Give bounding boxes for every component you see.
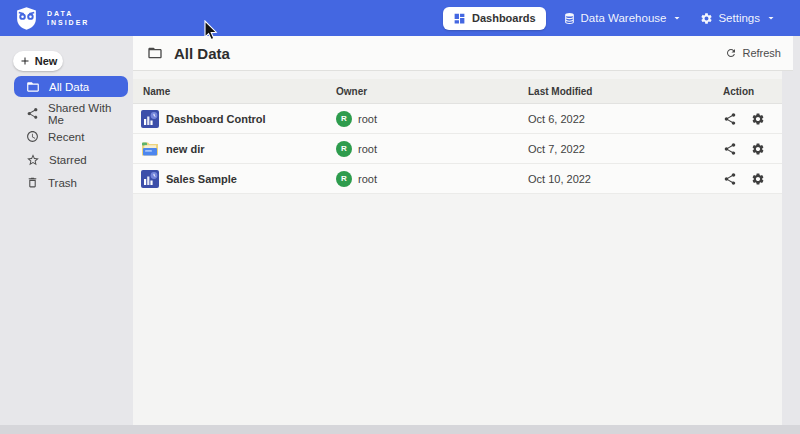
column-header-action: Action [713, 86, 782, 97]
sidebar-item-label: Starred [49, 154, 87, 166]
content-body: Name Owner Last Modified Action Dashboar… [133, 71, 793, 425]
page-title-label: All Data [174, 45, 230, 62]
share-icon[interactable] [723, 172, 737, 186]
owl-logo-icon [14, 6, 39, 31]
app-window: DATA INSIDER Dashboards Data Warehouse S… [0, 0, 800, 425]
sidebar-item-label: All Data [49, 81, 89, 93]
main-area: New All Data Shared With Me Recent Starr… [0, 36, 800, 425]
top-bar: DATA INSIDER Dashboards Data Warehouse S… [0, 0, 800, 36]
column-header-name[interactable]: Name [133, 86, 336, 97]
star-icon [26, 153, 40, 167]
dashboard-icon [453, 12, 466, 25]
gear-icon[interactable] [751, 112, 765, 126]
gear-icon [700, 12, 713, 25]
sidebar-item-all-data[interactable]: All Data [14, 76, 128, 97]
table-row[interactable]: new dir R root Oct 7, 2022 [133, 134, 782, 164]
new-button[interactable]: New [13, 51, 63, 71]
table-row[interactable]: Sales Sample R root Oct 10, 2022 [133, 164, 782, 194]
nav-dashboards-label: Dashboards [472, 12, 536, 24]
sidebar-item-label: Trash [48, 177, 77, 189]
brand-logo[interactable]: DATA INSIDER [14, 6, 89, 31]
nav-settings-button[interactable]: Settings [700, 12, 777, 25]
owner-name: root [358, 143, 377, 155]
table-header-row: Name Owner Last Modified Action [133, 79, 782, 104]
folder-icon [147, 45, 163, 61]
refresh-button[interactable]: Refresh [725, 47, 781, 59]
new-button-label: New [35, 55, 58, 67]
nav-data-warehouse-label: Data Warehouse [581, 12, 667, 24]
share-icon[interactable] [723, 142, 737, 156]
file-name[interactable]: Sales Sample [166, 173, 237, 185]
content-header: All Data Refresh [133, 36, 793, 71]
clock-icon [26, 130, 39, 143]
trash-icon [26, 176, 39, 189]
sidebar-item-recent[interactable]: Recent [14, 126, 128, 147]
owner-avatar: R [336, 141, 352, 157]
last-modified-date: Oct 10, 2022 [528, 173, 713, 185]
share-icon[interactable] [723, 112, 737, 126]
brand-name: DATA INSIDER [47, 9, 89, 27]
scrollbar-gutter[interactable] [782, 71, 793, 425]
folder-icon [26, 80, 40, 94]
column-header-owner[interactable]: Owner [336, 86, 528, 97]
share-icon [26, 107, 39, 120]
gear-icon[interactable] [751, 142, 765, 156]
top-nav: Dashboards Data Warehouse Settings [443, 7, 777, 30]
sidebar-item-starred[interactable]: Starred [14, 149, 128, 170]
sidebar: New All Data Shared With Me Recent Starr… [0, 36, 133, 425]
last-modified-date: Oct 6, 2022 [528, 113, 713, 125]
folder-file-icon [141, 140, 159, 158]
content-panel: All Data Refresh Name Owner Last Modifie… [133, 36, 800, 425]
refresh-icon [725, 47, 737, 59]
sidebar-item-label: Shared With Me [48, 102, 128, 126]
chevron-down-icon [671, 12, 683, 24]
sidebar-item-shared-with-me[interactable]: Shared With Me [14, 103, 128, 124]
owner-avatar: R [336, 171, 352, 187]
brand-name-line1: DATA [47, 9, 89, 18]
table-row[interactable]: Dashboard Control R root Oct 6, 2022 [133, 104, 782, 134]
data-table: Name Owner Last Modified Action Dashboar… [133, 71, 782, 425]
dashboard-file-icon [141, 170, 159, 188]
dashboard-file-icon [141, 110, 159, 128]
chevron-down-icon [765, 12, 777, 24]
database-icon [563, 12, 576, 25]
nav-settings-label: Settings [718, 12, 760, 24]
sidebar-item-label: Recent [48, 131, 84, 143]
last-modified-date: Oct 7, 2022 [528, 143, 713, 155]
owner-name: root [358, 173, 377, 185]
nav-data-warehouse-button[interactable]: Data Warehouse [563, 12, 684, 25]
owner-name: root [358, 113, 377, 125]
brand-name-line2: INSIDER [47, 18, 89, 27]
file-name[interactable]: new dir [166, 143, 205, 155]
owner-avatar: R [336, 111, 352, 127]
refresh-button-label: Refresh [742, 47, 781, 59]
sidebar-item-trash[interactable]: Trash [14, 172, 128, 193]
page-title: All Data [147, 45, 230, 62]
file-name[interactable]: Dashboard Control [166, 113, 266, 125]
plus-icon [19, 55, 31, 67]
gear-icon[interactable] [751, 172, 765, 186]
column-header-last-modified[interactable]: Last Modified [528, 86, 713, 97]
nav-dashboards-button[interactable]: Dashboards [443, 7, 546, 30]
